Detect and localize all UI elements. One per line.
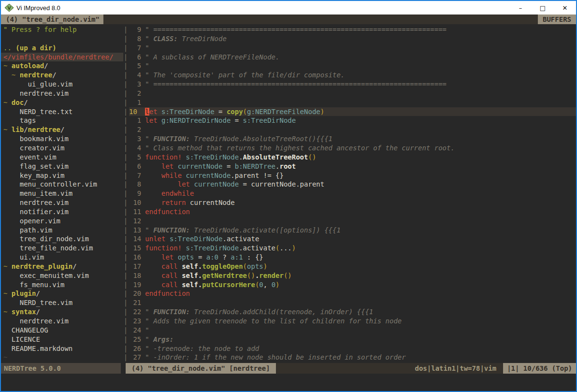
nerdtree-item[interactable]: LICENCE <box>1 335 123 344</box>
code-text: let currentNode = currentNode.parent <box>145 180 324 188</box>
token: .. <box>3 44 15 52</box>
split-bar-glyph: | <box>123 298 128 307</box>
nerdtree-item[interactable]: ~ doc/ <box>1 98 123 107</box>
token: : {} <box>243 253 263 261</box>
nerdtree-item[interactable]: NERD_tree.txt <box>1 107 123 116</box>
nerdtree-item[interactable]: README.markdown <box>1 344 123 353</box>
nerdtree-item[interactable]: menu_controller.vim <box>1 180 123 189</box>
code-line[interactable]: 6 let currentNode = b:NERDTree.root <box>129 162 576 171</box>
code-line[interactable]: 3" FUNCTION: TreeDirNode.AbsoluteTreeRoo… <box>129 134 576 144</box>
token <box>165 235 169 243</box>
nerdtree-root-item[interactable]: </vimfiles/bundle/nerdtree/ <box>1 53 123 62</box>
nerdtree-item[interactable]: exec_menuitem.vim <box>1 271 123 280</box>
nerdtree-item[interactable]: bookmark.vim <box>1 134 123 144</box>
code-text: let g:NERDTreeDirNode = s:TreeDirNode <box>145 116 296 124</box>
code-line[interactable]: 6" A subclass of NERDTreeFileNode. <box>129 53 576 62</box>
nerdtree-item[interactable]: event.vim <box>1 153 123 162</box>
code-line[interactable]: 13" FUNCTION: TreeDirNode.activate([opti… <box>129 226 576 235</box>
code-line[interactable]: 2 <box>129 89 576 98</box>
status-bar: NERDTree 5.0.0 (4) "tree_dir_node.vim" [… <box>1 363 576 374</box>
code-line[interactable]: 2 <box>129 125 576 134</box>
code-line[interactable]: 19 call self.putCursorHere(0, 0) <box>129 280 576 290</box>
code-line[interactable]: 7 while currentNode.parent != {} <box>129 171 576 180</box>
code-line[interactable]: 15function! s:TreeDirNode.activate(...) <box>129 244 576 253</box>
nerdtree-item[interactable]: NERD_tree.vim <box>1 298 123 307</box>
tab-tree-dir-node[interactable]: (4) "tree_dir_node.vim" <box>1 15 103 24</box>
command-line <box>1 374 576 391</box>
token: ) <box>320 108 324 116</box>
nerdtree-item[interactable]: creator.vim <box>1 144 123 153</box>
nerdtree-item[interactable]: ~ nerdtree_plugin/ <box>1 262 123 271</box>
code-line[interactable]: 22" FUNCTION: TreeDirNode.addChild(treen… <box>129 307 576 317</box>
code-line[interactable]: 24" <box>129 326 576 335</box>
code-line[interactable]: 7" <box>129 44 576 53</box>
nerdtree-item[interactable]: nerdtree.vim <box>1 317 123 326</box>
line-number: 10 <box>129 107 141 116</box>
nerdtree-item[interactable]: ~ plugin/ <box>1 289 123 298</box>
nerdtree-item[interactable]: notifier.vim <box>1 207 123 217</box>
code-line[interactable]: 4" Class method that returns the highest… <box>129 144 576 153</box>
code-line[interactable]: 26" -treenode: the node to add <box>129 344 576 353</box>
token: l <box>145 108 149 116</box>
nerdtree-item[interactable]: ~ lib/nerdtree/ <box>1 125 123 134</box>
code-text: " -inOrder: 1 if the new node should be … <box>145 353 405 361</box>
nerdtree-item[interactable]: nerdtree.vim <box>1 89 123 98</box>
code-line[interactable]: 20endfunction <box>129 289 576 298</box>
code-line[interactable]: 1let g:NERDTreeDirNode = s:TreeDirNode <box>129 116 576 125</box>
nerdtree-item[interactable]: ui.vim <box>1 253 123 262</box>
code-line[interactable]: 3" =====================================… <box>129 80 576 89</box>
token: " <box>145 62 149 70</box>
code-line[interactable]: 4" The 'composite' part of the file/dir … <box>129 71 576 80</box>
nerdtree-item[interactable]: fs_menu.vim <box>1 280 123 290</box>
split-bar-glyph: | <box>123 198 128 207</box>
code-line[interactable]: 23" Adds the given treenode to the list … <box>129 317 576 326</box>
nerdtree-item[interactable]: tree_file_node.vim <box>1 244 123 253</box>
nerdtree-item[interactable]: ~ autoload/ <box>1 61 123 71</box>
token <box>178 272 182 279</box>
code-line-cursor[interactable]: 10let s:TreeDirNode = copy(g:NERDTreeFil… <box>129 107 576 116</box>
code-line[interactable]: 8 let currentNode = currentNode.parent <box>129 180 576 189</box>
minimize-button[interactable]: – <box>509 1 532 15</box>
token: render <box>259 272 284 279</box>
nerdtree-item[interactable]: menu_item.vim <box>1 189 123 198</box>
code-text: call self.toggleOpen(opts) <box>145 262 267 270</box>
code-line[interactable]: 12 <box>129 217 576 226</box>
nerdtree-item[interactable]: tags <box>1 116 123 125</box>
code-line[interactable]: 25" Args: <box>129 335 576 344</box>
token: autoload <box>12 62 44 70</box>
code-line[interactable]: 16 let opts = a:0 ? a:1 : {} <box>129 253 576 262</box>
nerdtree-item[interactable]: ~ <box>1 353 123 362</box>
close-button[interactable]: ✕ <box>554 1 576 15</box>
vim-window: V Vi IMproved 8.0 – □ ✕ (4) "tree_dir_no… <box>0 0 577 392</box>
code-line[interactable]: 9" =====================================… <box>129 25 576 34</box>
code-line[interactable]: 5function! s:TreeDirNode.AbsoluteTreeRoo… <box>129 153 576 162</box>
code-line[interactable]: 10 return currentNode <box>129 198 576 207</box>
nerdtree-item[interactable]: ~ syntax/ <box>1 307 123 317</box>
code-line[interactable]: 17 call self.toggleOpen(opts) <box>129 262 576 271</box>
code-line[interactable]: 9 endwhile <box>129 189 576 198</box>
nerdtree-item[interactable]: .. (up a dir) <box>1 44 123 53</box>
nerdtree-item[interactable]: key_map.vim <box>1 171 123 180</box>
nerdtree-item[interactable]: tree_dir_node.vim <box>1 234 123 244</box>
token <box>145 262 161 270</box>
code-line[interactable]: 21 <box>129 298 576 307</box>
nerdtree-item[interactable]: ~ nerdtree/ <box>1 71 123 80</box>
nerdtree-item[interactable]: opener.vim <box>1 217 123 226</box>
nerdtree-item[interactable]: nerdtree.vim <box>1 198 123 207</box>
maximize-button[interactable]: □ <box>532 1 554 15</box>
code-line[interactable]: 11endfunction <box>129 207 576 217</box>
nerdtree-item[interactable]: ui_glue.vim <box>1 80 123 89</box>
code-line[interactable]: 8" CLASS: TreeDirNode <box>129 34 576 44</box>
code-line[interactable]: 27" -inOrder: 1 if the new node should b… <box>129 353 576 362</box>
nerdtree-item[interactable] <box>1 34 123 44</box>
code-line[interactable]: 1 <box>129 98 576 107</box>
token: " Class method that returns the highest … <box>145 144 455 152</box>
nerdtree-item[interactable]: " Press ? for help <box>1 25 123 34</box>
nerdtree-item[interactable]: path.vim <box>1 226 123 235</box>
code-line[interactable]: 18 call self.getNerdtree().render() <box>129 271 576 280</box>
code-line[interactable]: 14unlet s:TreeDirNode.activate <box>129 234 576 244</box>
code-line[interactable]: 5" <box>129 61 576 71</box>
window-split-bar[interactable]: ||||||||||||||||||||||||||||||||||||| <box>123 24 128 363</box>
nerdtree-item[interactable]: flag_set.vim <box>1 162 123 171</box>
nerdtree-item[interactable]: CHANGELOG <box>1 326 123 335</box>
